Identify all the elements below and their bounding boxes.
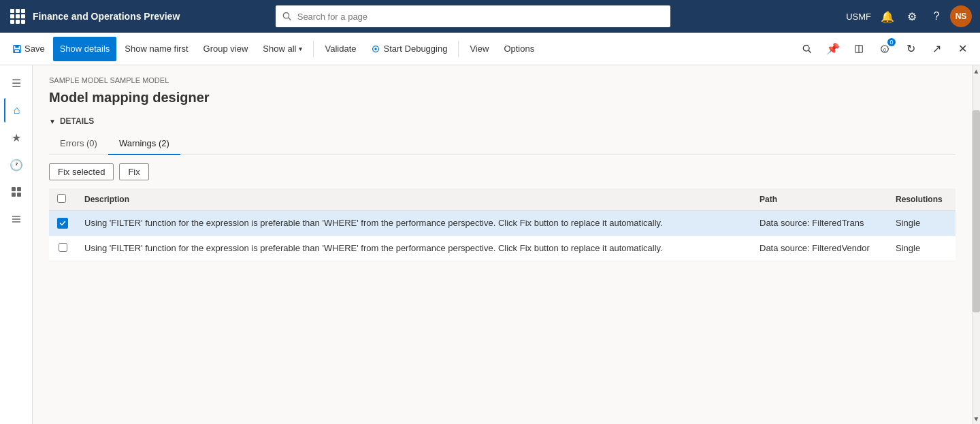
- search-icon: [282, 12, 291, 21]
- table-header-check: [49, 189, 76, 211]
- row-checkbox[interactable]: [59, 243, 67, 252]
- badge-count: 0: [887, 38, 896, 46]
- help-button[interactable]: ?: [926, 5, 947, 27]
- panel-button[interactable]: [847, 37, 871, 61]
- svg-text:0: 0: [883, 47, 886, 52]
- svg-rect-16: [17, 193, 21, 197]
- select-all-checkbox[interactable]: [57, 194, 66, 203]
- user-avatar[interactable]: NS: [950, 5, 972, 27]
- table-header-description: Description: [76, 189, 751, 211]
- show-all-button[interactable]: Show all ▾: [256, 37, 309, 61]
- sidebar-item-modules[interactable]: [4, 207, 29, 231]
- breadcrumb: SAMPLE MODEL SAMPLE MODEL: [49, 76, 956, 84]
- app-grid-button[interactable]: [8, 7, 27, 26]
- panel-icon: [854, 44, 864, 54]
- row-checked-icon: [57, 218, 68, 229]
- right-scrollbar[interactable]: ▲ ▼: [972, 65, 980, 424]
- table-row[interactable]: Using 'FILTER' function for the expressi…: [49, 211, 956, 236]
- view-button[interactable]: View: [463, 37, 495, 61]
- modules-icon: [11, 214, 22, 225]
- section-label: DETAILS: [60, 116, 94, 126]
- group-view-button[interactable]: Group view: [197, 37, 255, 61]
- svg-rect-15: [12, 193, 16, 197]
- start-debugging-button[interactable]: Start Debugging: [364, 37, 454, 61]
- warnings-table: Description Path Resolutions Using 'FILT…: [49, 189, 956, 261]
- close-button[interactable]: ✕: [950, 37, 975, 61]
- svg-rect-13: [12, 187, 16, 191]
- scroll-track[interactable]: [973, 76, 980, 413]
- row-path: Data source: FilteredVendor: [751, 236, 887, 261]
- svg-line-8: [808, 50, 811, 52]
- show-all-dropdown-arrow: ▾: [299, 45, 302, 52]
- sidebar-item-workspaces[interactable]: [4, 180, 29, 204]
- sidebar-item-recent[interactable]: 🕐: [4, 152, 29, 177]
- fix-selected-button[interactable]: Fix selected: [49, 163, 114, 180]
- notifications-button[interactable]: 🔔: [877, 5, 898, 27]
- svg-rect-14: [17, 187, 21, 191]
- row-description: Using 'FILTER' function for the expressi…: [76, 236, 751, 261]
- top-nav-right: USMF 🔔 ⚙ ? NS: [846, 5, 972, 27]
- row-checkbox-cell[interactable]: [49, 236, 76, 261]
- row-resolutions: Single: [887, 236, 956, 261]
- row-checkbox-cell: [49, 211, 76, 236]
- save-button[interactable]: Save: [5, 37, 52, 61]
- toolbar-right: 📌 0 0 ↻ ↗ ✕: [795, 37, 975, 61]
- toolbar: Save Show details Show name first Group …: [0, 33, 980, 65]
- toolbar-divider-1: [313, 41, 314, 57]
- workspaces-icon: [11, 186, 22, 197]
- row-path: Data source: FilteredTrans: [751, 211, 887, 236]
- row-resolutions: Single: [887, 211, 956, 236]
- refresh-button[interactable]: ↻: [898, 37, 923, 61]
- debug-icon: [371, 44, 380, 54]
- app-title: Finance and Operations Preview: [33, 11, 180, 22]
- svg-rect-3: [15, 45, 18, 48]
- search-bar[interactable]: [276, 5, 670, 27]
- svg-line-1: [289, 18, 291, 20]
- settings-button[interactable]: ⚙: [901, 5, 923, 27]
- sidebar-item-menu[interactable]: ☰: [4, 71, 29, 95]
- table-header-path: Path: [751, 189, 887, 211]
- scroll-up-arrow[interactable]: ▲: [973, 65, 980, 76]
- fix-button[interactable]: Fix: [119, 163, 148, 180]
- search-input[interactable]: [297, 12, 664, 22]
- page-title: Model mapping designer: [49, 90, 956, 105]
- tabs-bar: Errors (0) Warnings (2): [49, 133, 956, 155]
- top-nav: Finance and Operations Preview USMF 🔔 ⚙ …: [0, 0, 980, 33]
- sidebar-item-favorites[interactable]: ★: [4, 125, 29, 150]
- save-icon: [12, 44, 22, 54]
- scroll-thumb[interactable]: [973, 110, 980, 312]
- main-content: SAMPLE MODEL SAMPLE MODEL Model mapping …: [33, 65, 972, 424]
- pin-button[interactable]: 📌: [821, 37, 845, 61]
- toolbar-divider-2: [458, 41, 459, 57]
- tab-errors[interactable]: Errors (0): [49, 133, 108, 155]
- scroll-down-arrow[interactable]: ▼: [973, 413, 980, 424]
- table-header-resolutions: Resolutions: [887, 189, 956, 211]
- search-toolbar-button[interactable]: [795, 37, 819, 61]
- action-buttons: Fix selected Fix: [49, 163, 956, 180]
- sidebar-item-home[interactable]: ⌂: [4, 98, 29, 123]
- section-chevron: ▼: [49, 118, 56, 125]
- table-row[interactable]: Using 'FILTER' function for the expressi…: [49, 236, 956, 261]
- show-details-button[interactable]: Show details: [53, 37, 117, 61]
- validate-button[interactable]: Validate: [318, 37, 363, 61]
- search-toolbar-icon: [802, 44, 812, 54]
- open-new-button[interactable]: ↗: [924, 37, 949, 61]
- sidebar: ☰ ⌂ ★ 🕐: [0, 65, 33, 424]
- show-name-first-button[interactable]: Show name first: [118, 37, 195, 61]
- section-details-header[interactable]: ▼ DETAILS: [49, 116, 956, 126]
- row-description: Using 'FILTER' function for the expressi…: [76, 211, 751, 236]
- badge-button[interactable]: 0 0: [872, 37, 897, 61]
- options-button[interactable]: Options: [497, 37, 541, 61]
- app-body: ☰ ⌂ ★ 🕐 SAMPLE MODEL SAMPLE MODEL Model …: [0, 65, 980, 424]
- svg-point-6: [375, 48, 378, 50]
- badge-icon: 0: [880, 44, 889, 54]
- company-label: USMF: [846, 12, 871, 22]
- tab-warnings[interactable]: Warnings (2): [108, 133, 180, 155]
